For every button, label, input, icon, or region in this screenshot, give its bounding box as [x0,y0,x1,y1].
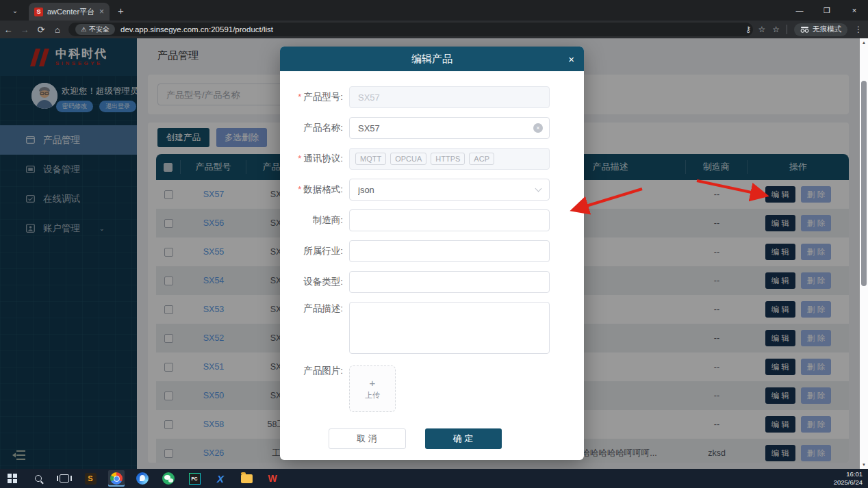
browser-chrome: ⌄ S awCenter平台 × + — ❐ × ← → ⟳ ⌂ ⚠ 不安全 [0,0,868,38]
product-model-input [349,86,550,108]
tab-search-icon[interactable]: ⌄ [8,3,22,17]
field-label-model: 产品型号: [280,86,349,108]
tab-strip: ⌄ S awCenter平台 × + — ❐ × [0,0,868,21]
field-label-manufacturer: 制造商: [280,209,349,231]
data-format-select[interactable] [349,179,550,201]
start-button-icon[interactable] [4,470,21,487]
edit-product-modal: 编辑产品 × 产品型号: 产品名称: × 通讯协议: [280,47,584,460]
protocol-tag: ACP [469,153,494,165]
home-icon[interactable]: ⌂ [49,25,66,35]
chrome-icon[interactable] [108,470,125,487]
tab-close-icon[interactable]: × [99,7,104,16]
clear-icon[interactable]: × [533,123,543,133]
page-scrollbar[interactable]: ▲ ▼ [860,38,868,469]
scroll-down-icon[interactable]: ▼ [860,461,868,469]
clock-time: 16:01 [834,470,863,478]
protocol-tags-input: MQTT OPCUA HTTPS ACP [349,148,550,170]
extension-star-icon[interactable]: ☆ [772,25,780,34]
modal-title: 编辑产品 [411,53,452,66]
field-label-image: 产品图片: [280,365,349,376]
divider [787,25,787,34]
minimize-button[interactable]: — [786,0,813,21]
protocol-tag: MQTT [355,153,386,165]
cancel-button[interactable]: 取 消 [329,428,406,449]
modal-header: 编辑产品 × [280,47,584,71]
plus-icon: + [370,378,376,388]
tab-title: awCenter平台 [47,7,95,17]
forward-icon: → [16,25,33,35]
reload-icon[interactable]: ⟳ [33,25,49,35]
browser-toolbar: ← → ⟳ ⌂ ⚠ 不安全 dev.app.sinsegye.com.cn:20… [0,21,868,38]
warning-icon: ⚠ [81,26,86,33]
field-label-name: 产品名称: [280,117,349,139]
industry-input[interactable] [349,240,550,262]
field-label-device-type: 设备类型: [280,271,349,293]
browser-tab[interactable]: S awCenter平台 × [29,3,110,21]
pycharm-icon[interactable]: PC [186,470,203,487]
xshell-icon[interactable]: X [212,470,229,487]
manufacturer-input[interactable] [349,209,550,231]
taskbar-clock[interactable]: 16:01 2025/6/24 [834,470,863,487]
scroll-up-icon[interactable]: ▲ [860,38,868,47]
address-bar[interactable]: ⚠ 不安全 dev.app.sinsegye.com.cn:20591/prod… [68,23,753,36]
snipaste-icon[interactable]: S [82,470,99,487]
browser-menu-icon[interactable]: ⋮ [854,25,863,34]
wechat-icon[interactable] [160,470,177,487]
task-view-icon[interactable] [56,470,73,487]
product-description-textarea[interactable] [349,302,550,354]
new-tab-button[interactable]: + [118,5,124,16]
key-icon[interactable]: ⚷ [745,25,752,34]
field-label-description: 产品描述: [280,302,349,316]
scrollbar-thumb[interactable] [861,81,867,286]
screen: ⌄ S awCenter平台 × + — ❐ × ← → ⟳ ⌂ ⚠ 不安全 [0,0,868,488]
protocol-tag: OPCUA [390,153,426,165]
taskbar: S PC X W 16:01 2025/6/24 [0,469,868,488]
upload-box[interactable]: + 上传 [349,365,396,412]
field-label-industry: 所属行业: [280,240,349,262]
blue-app-icon[interactable] [134,470,151,487]
device-type-input[interactable] [349,271,550,293]
security-badge[interactable]: ⚠ 不安全 [75,24,115,35]
back-icon[interactable]: ← [0,25,16,35]
protocol-tag: HTTPS [431,153,465,165]
search-icon[interactable] [30,470,47,487]
bookmark-star-icon[interactable]: ☆ [758,25,765,34]
clock-date: 2025/6/24 [834,478,863,487]
file-explorer-icon[interactable] [238,470,255,487]
tab-favicon-icon: S [34,8,43,16]
field-label-protocol: 通讯协议: [280,148,349,170]
field-label-data-format: 数据格式: [280,179,349,201]
close-window-button[interactable]: × [841,0,868,21]
maximize-button[interactable]: ❐ [813,0,841,21]
page-viewport: 中科时代 SINSEGYE 欢迎您！超级管理员 密码修改 退出登录 产品管理 [0,38,868,469]
url-text: dev.app.sinsegye.com.cn:20591/product/li… [120,25,273,34]
upload-label: 上传 [365,390,380,400]
incognito-badge: 无痕模式 [794,23,847,36]
wps-icon[interactable]: W [264,470,281,487]
product-name-input[interactable] [349,117,550,139]
incognito-icon [800,27,809,33]
confirm-button[interactable]: 确 定 [425,428,502,449]
modal-close-icon[interactable]: × [568,47,574,71]
